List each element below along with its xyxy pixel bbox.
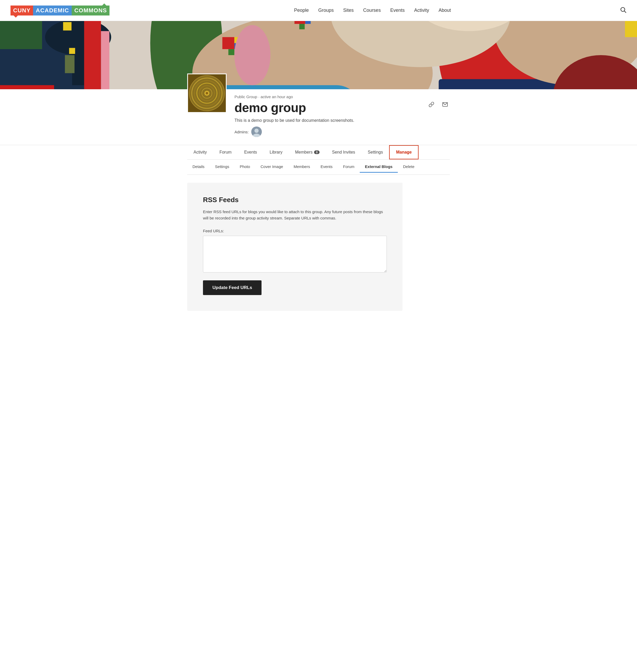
admin-avatar[interactable] (251, 127, 262, 137)
svg-line-1 (624, 11, 626, 12)
group-secondary-tabs: Details Settings Photo Cover Image Membe… (187, 160, 450, 175)
rss-card: RSS Feeds Enter RSS feed URLs for blogs … (187, 183, 402, 311)
update-feed-urls-button[interactable]: Update Feed URLs (203, 280, 261, 295)
group-meta-header: Public Group · active an hour ago demo g… (187, 89, 450, 137)
tab-activity[interactable]: Activity (187, 145, 213, 159)
svg-point-48 (254, 129, 259, 133)
svg-rect-31 (305, 21, 311, 24)
group-tabs-wrap: Activity Forum Events Library Members 0 … (179, 145, 458, 175)
group-admins: Admins: (235, 127, 354, 137)
svg-rect-8 (84, 21, 101, 89)
svg-rect-10 (0, 21, 42, 49)
search-icon[interactable] (620, 6, 626, 15)
tab-settings[interactable]: Settings (362, 145, 389, 159)
rss-section-title: RSS Feeds (203, 196, 387, 204)
nav-about[interactable]: About (438, 7, 451, 13)
group-title: demo group (235, 100, 354, 115)
svg-rect-14 (65, 55, 75, 73)
tab-forum[interactable]: Forum (213, 145, 238, 159)
nav-activity[interactable]: Activity (414, 7, 429, 13)
group-status: Public Group · active an hour ago (235, 94, 354, 99)
svg-rect-26 (625, 21, 637, 37)
nav-groups[interactable]: Groups (318, 7, 334, 13)
subtab-cover-image[interactable]: Cover Image (255, 161, 288, 173)
tab-events[interactable]: Events (238, 145, 263, 159)
tab-manage[interactable]: Manage (389, 145, 419, 159)
nav-sites[interactable]: Sites (343, 7, 354, 13)
admins-label: Admins: (235, 130, 249, 134)
svg-point-22 (235, 25, 270, 85)
group-primary-tabs: Activity Forum Events Library Members 0 … (187, 145, 450, 160)
nav-courses[interactable]: Courses (363, 7, 381, 13)
svg-rect-11 (0, 85, 54, 89)
subtab-photo[interactable]: Photo (235, 161, 255, 173)
subtab-settings[interactable]: Settings (210, 161, 235, 173)
logo-academic[interactable]: ACADEMIC (33, 5, 72, 16)
tab-library[interactable]: Library (263, 145, 289, 159)
link-icon[interactable] (427, 100, 436, 109)
group-info: Public Group · active an hour ago demo g… (235, 94, 354, 137)
group-tabs-section: Activity Forum Events Library Members 0 … (0, 145, 637, 175)
email-icon[interactable] (440, 100, 450, 109)
feed-url-input[interactable] (203, 236, 387, 273)
tab-members[interactable]: Members 0 (289, 145, 326, 159)
group-profile-area: Public Group · active an hour ago demo g… (179, 89, 458, 137)
subtab-members[interactable]: Members (288, 161, 315, 173)
subtab-details[interactable]: Details (187, 161, 210, 173)
svg-rect-24 (439, 79, 559, 89)
svg-rect-29 (294, 21, 305, 24)
svg-rect-18 (222, 37, 235, 49)
nav-people[interactable]: People (294, 7, 309, 13)
group-main-content: RSS Feeds Enter RSS feed URLs for blogs … (179, 183, 458, 311)
feed-url-label: Feed URLs: (203, 229, 387, 233)
group-avatar (187, 74, 226, 113)
group-header-icons (427, 94, 450, 109)
site-logo[interactable]: CUNY ACADEMIC COMMONS (11, 5, 109, 16)
tab-send-invites[interactable]: Send Invites (326, 145, 362, 159)
logo-commons[interactable]: COMMONS (72, 5, 109, 16)
subtab-forum[interactable]: Forum (338, 161, 360, 173)
members-badge: 0 (314, 150, 319, 154)
svg-rect-32 (299, 24, 305, 30)
subtab-delete[interactable]: Delete (398, 161, 420, 173)
group-description: This is a demo group to be used for docu… (235, 118, 354, 123)
subtab-external-blogs[interactable]: External Blogs (360, 161, 398, 173)
main-nav: People Groups Sites Courses Events Activ… (125, 7, 620, 13)
svg-rect-13 (69, 48, 75, 54)
hero-banner (0, 21, 637, 89)
rss-description: Enter RSS feed URLs for blogs you would … (203, 209, 387, 221)
site-header: CUNY ACADEMIC COMMONS People Groups Site… (0, 0, 637, 21)
svg-rect-21 (229, 49, 235, 55)
logo-cuny[interactable]: CUNY (11, 5, 33, 16)
subtab-events[interactable]: Events (315, 161, 338, 173)
svg-rect-7 (63, 22, 71, 31)
svg-rect-9 (101, 31, 109, 89)
nav-events[interactable]: Events (390, 7, 405, 13)
